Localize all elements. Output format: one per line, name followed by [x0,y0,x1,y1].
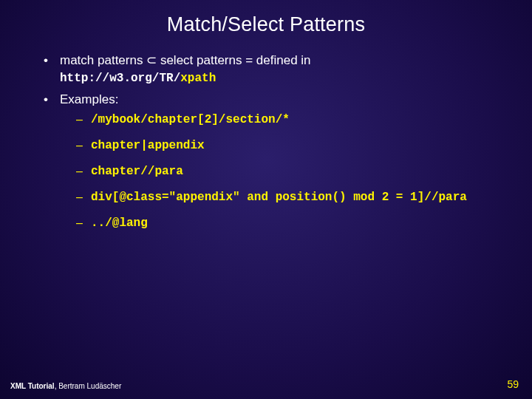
example-item: chapter//para [76,164,495,180]
bullet-list: match patterns ⊂ select patterns = defin… [41,52,495,231]
url-tail: xpath [180,72,216,85]
subset-symbol: ⊂ [146,53,157,67]
match-text-pre: match patterns [60,53,146,67]
example-item: chapter|appendix [76,138,495,154]
footer-tutorial: XML Tutorial [10,382,55,390]
footer-page-number: 59 [507,378,519,390]
footer-left: XML Tutorial, Bertram Ludäscher [10,382,121,390]
example-item: /mybook/chapter[2]/section/* [76,112,495,128]
bullet-match: match patterns ⊂ select patterns = defin… [41,52,495,87]
slide-content: match patterns ⊂ select patterns = defin… [0,36,532,231]
examples-list: /mybook/chapter[2]/section/* chapter|app… [76,112,495,231]
example-item: div[@class="appendix" and position() mod… [76,190,495,205]
url-base: http://w3.org/TR/ [60,72,180,85]
example-item: ../@lang [76,216,495,231]
bullet-examples: Examples: /mybook/chapter[2]/section/* c… [41,92,495,231]
slide-title: Match/Select Patterns [0,0,532,36]
footer-author: , Bertram Ludäscher [55,382,122,390]
examples-label: Examples: [60,92,118,106]
match-text-post: select patterns = defined in [157,53,310,67]
url-line: http://w3.org/TR/xpath [60,71,495,87]
